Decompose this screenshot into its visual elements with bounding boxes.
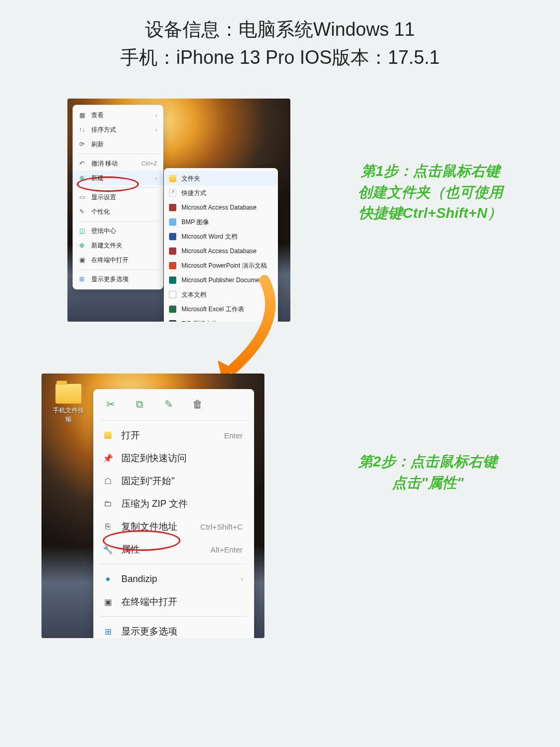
folder-icon [169,175,176,182]
bandizip-icon: ● [103,574,113,584]
display-icon: ▭ [78,193,86,201]
chevron-right-icon: › [156,175,157,181]
desktop-context-menu: ▦查看› ↑↓排序方式› ⟳刷新 ↶撤消 移动Ctrl+Z ⊕新建› ▭显示设置… [73,105,163,289]
folder-context-menu: ✂ ⧉ ✎ 🗑 打开Enter 📌固定到快速访问 ☖固定到"开始" 🗀压缩为 Z… [93,389,254,638]
access-icon [169,247,176,255]
sort-icon: ↑↓ [78,126,86,134]
new-folder-icon: ⊕ [78,241,86,250]
folder-open-icon [103,430,113,440]
submenu-folder[interactable]: 文件夹 [164,171,278,186]
menu-separator [78,269,158,270]
access-icon [169,204,176,211]
header-line1: 设备信息：电脑系统Windows 11 [0,16,560,44]
terminal-icon: ▣ [78,256,86,264]
submenu-bmp[interactable]: BMP 图像 [164,215,278,229]
menu-wallpaper-center[interactable]: ◫壁纸中心 [73,224,163,238]
quick-actions-row: ✂ ⧉ ✎ 🗑 [93,392,254,417]
pin-icon: 📌 [103,453,113,463]
copy-icon[interactable]: ⧉ [133,397,146,411]
submenu-word[interactable]: Microsoft Word 文档 [164,229,278,244]
menu-separator [78,154,158,154]
view-icon: ▦ [78,111,86,119]
menu-separator [101,564,247,564]
properties-icon: 🔧 [103,544,113,555]
menu-display-settings[interactable]: ▭显示设置 [73,190,163,204]
submenu-access2[interactable]: Microsoft Access Database [164,244,278,258]
menu-undo-move[interactable]: ↶撤消 移动Ctrl+Z [73,156,163,171]
menu-copy-path[interactable]: ⎘复制文件地址Ctrl+Shift+C [93,515,254,538]
submenu-ppt[interactable]: Microsoft PowerPoint 演示文稿 [164,258,278,273]
menu-open[interactable]: 打开Enter [93,424,254,447]
flow-arrow [197,275,290,389]
word-icon [169,233,176,240]
more-icon: ⊞ [78,275,86,283]
menu-zip[interactable]: 🗀压缩为 ZIP 文件 [93,492,254,515]
desktop-folder[interactable]: 手机文件传输 [51,384,86,424]
folder-label: 手机文件传输 [51,406,86,424]
menu-new[interactable]: ⊕新建› [73,171,163,185]
undo-icon: ↶ [78,159,86,168]
cut-icon[interactable]: ✂ [104,397,117,411]
zip-icon [169,320,176,322]
menu-new-folder[interactable]: ⊕新建文件夹 [73,238,163,253]
menu-separator [101,420,247,421]
menu-open-terminal[interactable]: ▣在终端中打开 [73,253,163,267]
txt-icon [169,291,176,298]
personalize-icon: ✎ [78,208,86,216]
copy-path-icon: ⎘ [103,521,113,532]
menu-separator [101,616,247,617]
wallpaper-icon: ◫ [78,227,86,235]
menu-more-options[interactable]: ⊞显示更多选项 [93,620,254,638]
delete-icon[interactable]: 🗑 [191,397,204,411]
menu-refresh[interactable]: ⟳刷新 [73,137,163,151]
header-text: 设备信息：电脑系统Windows 11 手机：iPhone 13 Pro IOS… [0,0,560,72]
step1-note: 第1步：点击鼠标右键 创建文件夹（也可使用 快捷键Ctrl+Shift+N） [321,161,539,224]
screenshot-2: 手机文件传输 ✂ ⧉ ✎ 🗑 打开Enter 📌固定到快速访问 ☖固定到"开始"… [41,374,264,638]
terminal-icon: ▣ [103,597,113,607]
new-icon: ⊕ [78,174,86,182]
zip-icon: 🗀 [103,499,113,509]
submenu-shortcut[interactable]: 快捷方式 [164,186,278,200]
pin-start-icon: ☖ [103,476,113,486]
header-line2: 手机：iPhone 13 Pro IOS版本：17.5.1 [0,44,560,72]
rename-icon[interactable]: ✎ [162,397,175,411]
excel-icon [169,306,176,313]
folder-icon [55,384,81,404]
chevron-right-icon: › [156,127,157,133]
menu-personalize[interactable]: ✎个性化 [73,204,163,219]
more-icon: ⊞ [103,626,113,637]
menu-separator [78,187,158,188]
submenu-access[interactable]: Microsoft Access Database [164,200,278,215]
chevron-right-icon: › [241,576,243,582]
refresh-icon: ⟳ [78,140,86,148]
shortcut-icon [169,189,176,197]
chevron-right-icon: › [156,113,157,118]
step2-note: 第2步：点击鼠标右键 点击"属性" [327,451,529,493]
menu-pin-quick[interactable]: 📌固定到快速访问 [93,447,254,469]
menu-open-terminal[interactable]: ▣在终端中打开 [93,590,254,613]
menu-more-options[interactable]: ⊞显示更多选项 [73,272,163,286]
menu-view[interactable]: ▦查看› [73,108,163,122]
menu-sort[interactable]: ↑↓排序方式› [73,122,163,137]
menu-pin-start[interactable]: ☖固定到"开始" [93,469,254,492]
bmp-icon [169,218,176,226]
ppt-icon [169,262,176,269]
menu-separator [78,221,158,222]
menu-properties[interactable]: 🔧属性Alt+Enter [93,538,254,561]
pub-icon [169,276,176,284]
menu-bandizip[interactable]: ●Bandizip› [93,568,254,590]
